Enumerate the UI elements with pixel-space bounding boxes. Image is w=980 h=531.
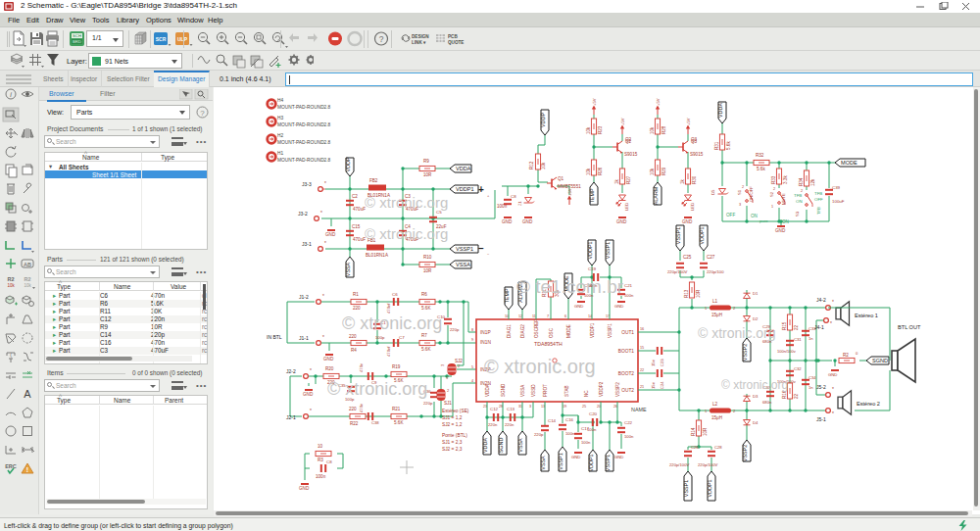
svg-text:SJ1: SJ1 [444,401,452,406]
svg-text:10k: 10k [650,168,655,175]
svg-text:MOUNT-PAD-ROUND2.8: MOUNT-PAD-ROUND2.8 [277,140,331,145]
svg-text:?: ? [379,34,384,44]
svg-text:VSSP2: VSSP2 [742,445,748,461]
svg-text:C14: C14 [548,418,557,423]
svg-text:1k: 1k [614,178,619,184]
svg-text:AB: AB [24,262,31,267]
svg-text:1: 1 [771,205,773,209]
svg-text:220n: 220n [505,422,514,427]
svg-text:D4: D4 [753,420,759,425]
svg-text:D3: D3 [753,394,759,399]
svg-text:STAB: STAB [564,385,569,397]
svg-text:DESIGN: DESIGN [412,34,429,39]
svg-text:21: 21 [640,385,644,389]
svg-text:10R: 10R [423,172,432,177]
svg-text:16: 16 [640,327,644,331]
svg-text:GND: GND [574,304,583,309]
svg-text:R27: R27 [626,175,631,184]
svg-text:+5V: +5V [567,188,572,196]
svg-text:C25: C25 [683,255,692,260]
svg-text:*: * [832,299,834,305]
svg-text:VSSP2: VSSP2 [615,382,620,397]
svg-text:VSSA: VSSA [520,384,525,397]
svg-text:10k: 10k [7,283,15,288]
svg-text:TEMP: TEMP [589,188,595,203]
svg-text:R14: R14 [691,427,696,436]
svg-text:100n: 100n [316,474,326,479]
svg-text:VDDP1: VDDP1 [456,186,474,192]
svg-text:1k: 1k [680,178,685,184]
svg-text:C27: C27 [707,255,715,260]
svg-text:J2-1: J2-1 [286,414,296,420]
svg-text:3: 3 [529,405,531,409]
svg-text:C28: C28 [714,445,722,450]
svg-text:*: * [830,320,832,326]
svg-text:*: * [324,180,326,186]
svg-text:3.3k: 3.3k [783,175,788,184]
svg-text:C13: C13 [507,407,515,411]
svg-text:15n: 15n [651,381,656,389]
svg-text:C23: C23 [660,359,664,366]
svg-text:100n: 100n [497,204,508,209]
svg-text:10k: 10k [541,162,546,169]
svg-text:220p/100V: 220p/100V [667,269,687,274]
svg-text:10k: 10k [586,168,591,175]
svg-text:OSCREF: OSCREF [534,319,539,338]
svg-text:DIAG2: DIAG2 [520,324,525,338]
svg-text:Q2: Q2 [625,137,632,142]
svg-text:R4: R4 [351,348,357,353]
svg-text:*: * [324,240,326,246]
svg-text:C32: C32 [794,366,802,371]
svg-text:S2: S2 [769,191,774,197]
svg-text:TFB: TFB [814,191,822,196]
svg-text:2: 2 [447,388,450,393]
svg-text:−: − [487,252,490,257]
svg-text:VDDP1: VDDP1 [588,455,594,472]
svg-text:PROT: PROT [543,384,548,397]
svg-text:SCH: SCH [73,33,81,38]
svg-text:*: * [832,410,834,416]
svg-text:ALARM: ALARM [653,186,659,205]
svg-text:220n: 220n [488,422,498,427]
svg-text:9: 9 [471,338,473,342]
svg-text:IN1P: IN1P [480,330,491,335]
svg-text:*: * [310,408,312,413]
svg-text:S1: S1 [737,189,742,195]
svg-text:470n: 470n [359,362,364,372]
svg-text:VDDP: VDDP [345,157,351,171]
svg-text:GND: GND [522,219,533,224]
svg-text:220p: 220p [450,327,460,332]
svg-text:*: * [832,386,834,392]
svg-text:R2: R2 [843,353,849,358]
svg-text:25: 25 [582,405,586,409]
svg-text:OUT1: OUT1 [621,330,634,335]
svg-text:220: 220 [349,334,357,339]
svg-text:R10: R10 [423,255,432,260]
svg-text:© xtronic.org: © xtronic.org [721,378,788,392]
svg-text:R19: R19 [392,364,401,369]
svg-text:Estéreo (SE): Estéreo (SE) [442,409,469,413]
svg-text:IN1N: IN1N [480,340,491,345]
svg-text:TFB: TFB [794,193,802,198]
svg-text:ON: ON [751,214,758,218]
svg-text:Ponte (BTL): Ponte (BTL) [442,433,467,438]
svg-text:VSSP1: VSSP1 [456,246,473,252]
svg-text:SGND: SGND [872,358,888,363]
svg-text:BTL OUT: BTL OUT [898,324,921,330]
svg-text:SJ1 = 1,2: SJ1 = 1,2 [442,415,463,420]
svg-text:VDDA: VDDA [482,438,488,453]
svg-text:L2: L2 [712,402,718,407]
svg-text:© te1.com.br: © te1.com.br [516,276,624,297]
svg-text:OSC: OSC [549,327,554,338]
svg-text:C12: C12 [490,407,499,411]
svg-text:R12: R12 [529,161,534,169]
svg-text:+5V: +5V [656,98,661,106]
svg-text:L1: L1 [712,299,718,304]
svg-text:22: 22 [640,368,644,372]
svg-text:*: * [310,367,312,373]
svg-text:*: * [322,293,324,299]
svg-text:R28: R28 [662,125,666,134]
svg-text:H2: H2 [277,133,283,138]
svg-text:SCR: SCR [156,36,167,42]
svg-text:8: 8 [471,328,473,332]
